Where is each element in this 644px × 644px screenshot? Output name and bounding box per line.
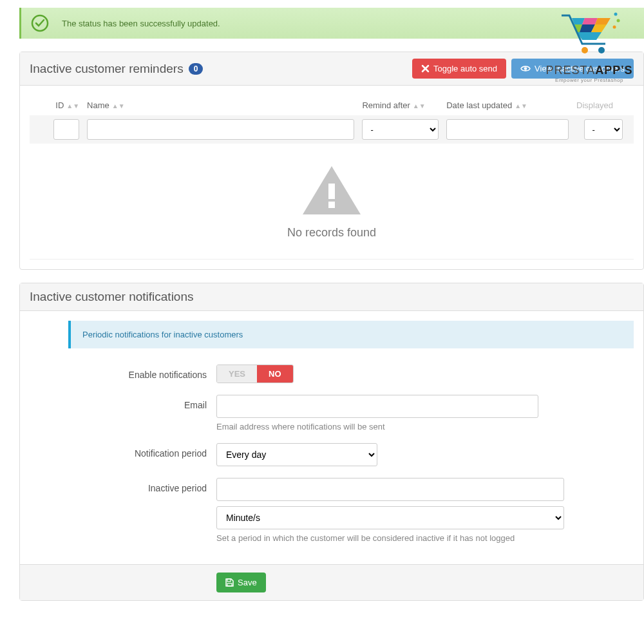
col-date-updated[interactable]: Date last updated▲▼	[442, 95, 573, 115]
brand-name: PRESTAAPP'S	[535, 64, 644, 77]
toggle-auto-send-button[interactable]: Toggle auto send	[412, 59, 506, 79]
notifications-title: Inactive customer notifications	[30, 290, 634, 304]
svg-point-13	[524, 67, 527, 70]
inactive-period-label: Inactive period	[30, 478, 216, 493]
brand-logo: PRESTAAPP'S Empower your Prestashop	[535, 12, 644, 83]
filter-name-input[interactable]	[87, 119, 354, 140]
no-records-text: No records found	[30, 226, 634, 240]
inactive-period-help: Set a period in which the customer will …	[216, 533, 564, 543]
no-records: No records found	[30, 144, 634, 246]
reminders-table: ID▲▼ Name▲▼ Remind after▲▼ Date last upd…	[30, 95, 634, 144]
svg-rect-14	[328, 184, 335, 199]
svg-point-11	[613, 26, 616, 29]
eye-icon	[520, 64, 531, 73]
cart-logo-icon	[554, 12, 625, 62]
save-icon	[225, 578, 234, 587]
svg-marker-2	[595, 18, 611, 24]
notifications-panel: Inactive customer notifications Periodic…	[19, 283, 644, 601]
email-help: Email address where notifications will b…	[216, 422, 538, 431]
status-alert-text: The status has been successfully updated…	[62, 19, 220, 28]
reminders-count-badge: 0	[189, 63, 204, 75]
filter-date-input[interactable]	[446, 119, 569, 140]
col-id[interactable]: ID▲▼	[30, 95, 83, 115]
svg-point-9	[614, 13, 618, 16]
reminders-panel: Inactive customer reminders 0 Toggle aut…	[19, 52, 644, 270]
svg-rect-16	[227, 579, 231, 582]
inactive-period-unit-select[interactable]: Minute/s	[216, 506, 564, 529]
svg-rect-15	[328, 202, 335, 208]
save-button[interactable]: Save	[216, 573, 266, 592]
svg-point-10	[617, 19, 620, 23]
notifications-info: Periodic notifications for inactive cust…	[68, 321, 634, 348]
inactive-period-input[interactable]	[216, 478, 564, 501]
filter-remind-select[interactable]: -	[362, 119, 439, 140]
notification-period-label: Notification period	[30, 443, 216, 459]
col-name[interactable]: Name▲▼	[83, 95, 358, 115]
check-circle-icon	[31, 14, 49, 32]
svg-point-7	[582, 47, 588, 53]
enable-notifications-label: Enable notifications	[30, 365, 216, 380]
enable-notifications-toggle[interactable]: YES NO	[216, 365, 294, 383]
notification-period-select[interactable]: Every day	[216, 443, 377, 466]
col-displayed: Displayed	[573, 95, 634, 115]
col-remind-after[interactable]: Remind after▲▼	[358, 95, 442, 115]
notifications-header: Inactive customer notifications	[20, 283, 643, 311]
svg-rect-17	[227, 583, 232, 586]
filter-displayed-select[interactable]: -	[584, 119, 623, 140]
toggle-no[interactable]: NO	[257, 365, 293, 383]
svg-marker-1	[582, 18, 598, 24]
svg-point-8	[598, 47, 605, 53]
email-label: Email	[30, 395, 216, 410]
brand-tagline: Empower your Prestashop	[535, 77, 644, 83]
email-input[interactable]	[216, 395, 538, 418]
reminders-title: Inactive customer reminders 0	[30, 62, 407, 76]
close-icon	[421, 64, 430, 73]
toggle-yes[interactable]: YES	[217, 365, 257, 383]
filter-id-input[interactable]	[53, 119, 79, 140]
warning-icon	[299, 163, 364, 218]
